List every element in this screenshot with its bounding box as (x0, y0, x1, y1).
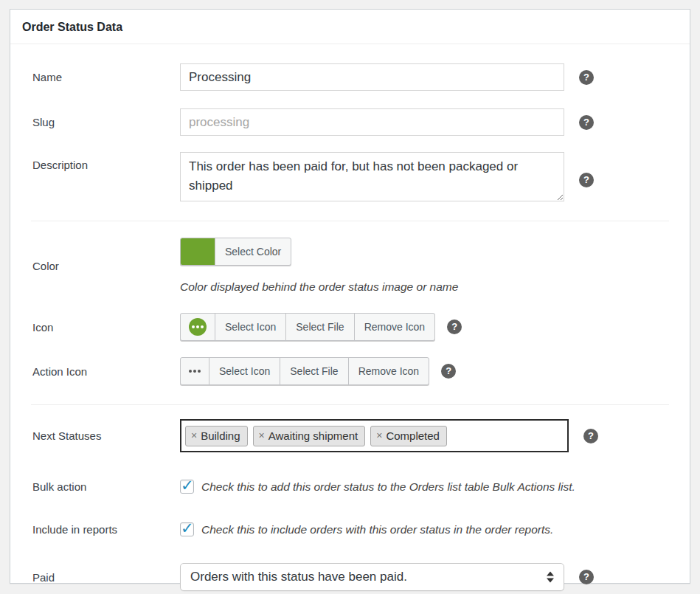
paid-help-icon[interactable]: ? (579, 570, 594, 584)
action-icon-help-icon[interactable]: ? (441, 364, 456, 379)
paid-row: Paid Orders with this status have been p… (22, 563, 678, 591)
tag-label: Building (201, 429, 240, 442)
paid-select-value: Orders with this status have been paid. (190, 570, 407, 584)
paid-label: Paid (22, 571, 180, 584)
paid-select[interactable]: Orders with this status have been paid. (180, 563, 564, 591)
action-icon-remove-icon-button[interactable]: Remove Icon (348, 358, 429, 384)
slug-help-icon[interactable]: ? (579, 115, 594, 130)
panel-title: Order Status Data (22, 21, 122, 33)
checkmark-icon: ✓ (181, 519, 194, 536)
icon-row: Icon Select Icon Select File Remove Icon… (22, 313, 678, 341)
select-color-label: Select Color (215, 238, 291, 265)
include-reports-label: Include in reports (22, 523, 180, 536)
color-label: Color (22, 260, 180, 272)
status-tag: × Awaiting shipment (253, 426, 366, 446)
section-divider (31, 221, 669, 221)
include-reports-checkbox[interactable]: ✓ (180, 522, 194, 536)
icon-preview (181, 314, 215, 340)
tag-label: Awaiting shipment (268, 429, 358, 442)
description-textarea[interactable]: This order has been paid for, but has no… (180, 152, 564, 201)
checkmark-icon: ✓ (181, 477, 194, 494)
icon-select-icon-button[interactable]: Select Icon (215, 314, 285, 340)
status-icon (189, 318, 207, 336)
slug-label: Slug (22, 116, 180, 128)
action-icon-button-group: Select Icon Select File Remove Icon (180, 357, 429, 385)
panel-body: Name ? Slug ? Description This order has… (10, 44, 690, 591)
name-input[interactable] (180, 63, 564, 91)
description-label: Description (22, 152, 180, 171)
name-row: Name ? (22, 63, 678, 91)
status-tag: × Completed (370, 426, 447, 446)
include-reports-description: Check this to include orders with this o… (201, 523, 553, 536)
action-icon-select-file-button[interactable]: Select File (280, 358, 347, 384)
next-statuses-input[interactable]: × Building × Awaiting shipment × Complet… (180, 419, 569, 452)
color-row: Color Select Color Color displayed behin… (22, 238, 678, 294)
description-help-icon[interactable]: ? (579, 173, 594, 187)
remove-tag-icon[interactable]: × (376, 429, 382, 441)
order-status-data-panel: Order Status Data Name ? Slug ? Descript… (10, 9, 690, 584)
slug-input[interactable] (180, 108, 564, 136)
bulk-action-description: Check this to add this order status to t… (201, 480, 575, 494)
bulk-action-label: Bulk action (22, 480, 180, 493)
tag-label: Completed (386, 429, 440, 442)
remove-tag-icon[interactable]: × (191, 429, 197, 441)
bulk-action-row: Bulk action ✓ Check this to add this ord… (22, 480, 678, 494)
action-icon-row: Action Icon Select Icon Select File Remo… (22, 357, 678, 385)
color-swatch (181, 238, 215, 265)
section-divider-2 (31, 404, 669, 405)
color-note: Color displayed behind the order status … (180, 280, 458, 294)
name-label: Name (22, 71, 180, 83)
select-stepper-icon (547, 572, 554, 583)
next-statuses-help-icon[interactable]: ? (583, 429, 598, 443)
include-reports-row: Include in reports ✓ Check this to inclu… (22, 522, 678, 536)
next-statuses-row: Next Statuses × Building × Awaiting ship… (22, 419, 678, 452)
icon-select-file-button[interactable]: Select File (285, 314, 353, 340)
icon-help-icon[interactable]: ? (447, 320, 462, 334)
slug-row: Slug ? (22, 108, 678, 136)
bulk-action-checkbox[interactable]: ✓ (180, 480, 194, 494)
status-tag: × Building (185, 426, 248, 446)
action-icon-label: Action Icon (22, 365, 180, 378)
action-icon-select-icon-button[interactable]: Select Icon (209, 358, 280, 384)
select-color-button[interactable]: Select Color (180, 238, 291, 266)
panel-header: Order Status Data (10, 10, 690, 44)
ellipsis-icon (189, 370, 201, 373)
next-statuses-label: Next Statuses (22, 429, 180, 442)
description-row: Description This order has been paid for… (22, 152, 678, 201)
action-icon-preview (181, 358, 209, 384)
name-help-icon[interactable]: ? (579, 70, 594, 85)
icon-button-group: Select Icon Select File Remove Icon (180, 313, 435, 341)
icon-remove-icon-button[interactable]: Remove Icon (354, 314, 434, 340)
remove-tag-icon[interactable]: × (259, 429, 265, 441)
icon-label: Icon (22, 321, 180, 334)
